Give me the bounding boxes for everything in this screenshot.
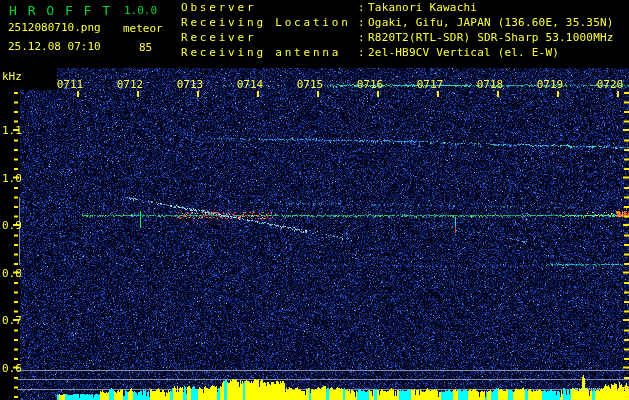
hrofft-app: H R O F F T 1.0.0 2512080710.png meteor …	[0, 0, 629, 400]
spectrogram-canvas	[0, 0, 629, 400]
